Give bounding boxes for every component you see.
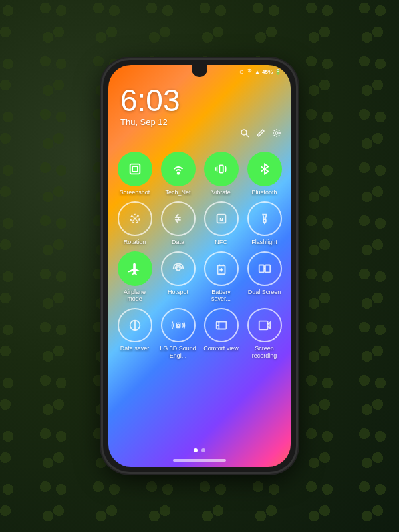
bluetooth-label: Bluetooth [251,189,277,196]
nfc-button[interactable]: N [204,201,239,236]
page-dot-1 [194,448,198,452]
technet-label: Tech_Net [165,189,190,196]
clock-time: 6:03 [120,85,180,116]
quick-item-lg3d[interactable]: LG 3D Sound Engi... [158,308,198,360]
quick-item-flashlight[interactable]: Flashlight [245,201,284,246]
bluetooth-button[interactable] [247,152,282,186]
svg-point-32 [177,324,180,327]
lg3d-button[interactable] [161,308,196,342]
screenshot-button[interactable] [118,152,152,186]
edit-icon[interactable] [256,128,265,140]
data-button[interactable] [161,201,196,236]
quick-item-data[interactable]: Data [158,201,198,246]
svg-rect-36 [259,321,267,330]
search-icon[interactable] [240,128,249,140]
rotation-label: Rotation [124,239,146,246]
quick-item-airplane[interactable]: Airplane mode [115,251,154,303]
data-label: Data [172,239,184,246]
comfort-label: Comfort view [203,345,239,352]
data-saver-button[interactable] [118,308,152,342]
quick-item-screenshot[interactable]: Screenshot [115,152,154,196]
quick-settings-grid: Screenshot Tech_Net [115,152,284,360]
hotspot-button[interactable] [161,251,196,286]
quick-item-dual-screen[interactable]: Dual Screen [245,251,284,303]
svg-point-3 [275,132,278,134]
battery-icon: 🔋 [275,69,281,75]
status-bar: ⊙ ▲ 45% 🔋 [239,68,281,76]
battery-percentage: 45% [262,69,273,75]
airplane-button[interactable] [118,251,152,286]
vibrate-label: Vibrate [211,189,230,196]
screenshot-label: Screenshot [120,189,150,196]
dual-screen-button[interactable] [247,251,282,286]
home-indicator[interactable] [173,459,226,462]
quick-item-vibrate[interactable]: Vibrate [201,152,241,196]
svg-point-0 [241,130,247,135]
settings-icon[interactable] [272,128,281,140]
quick-item-bluetooth[interactable]: Bluetooth [245,152,284,196]
quick-item-hotspot[interactable]: Hotspot [158,251,198,303]
svg-rect-4 [130,164,140,174]
wifi-icon [246,68,253,76]
svg-line-1 [246,134,249,137]
svg-point-6 [177,172,179,174]
hotspot-label: Hotspot [168,289,188,296]
battery-saver-label: Battery saver... [202,289,241,303]
svg-rect-5 [132,166,137,171]
dual-screen-label: Dual Screen [248,289,281,296]
quick-item-nfc[interactable]: N NFC [201,201,241,246]
quick-item-screen-recording[interactable]: Screen recording [245,308,284,360]
clock-area: 6:03 Thu, Sep 12 [120,85,180,127]
svg-text:N: N [219,216,223,222]
phone-screen: ⊙ ▲ 45% 🔋 6:03 Thu, Sep 12 [108,65,291,467]
page-indicators [194,448,205,452]
svg-rect-18 [263,219,266,223]
notch [192,65,207,77]
lg3d-label: LG 3D Sound Engi... [159,345,198,360]
svg-rect-26 [259,265,263,272]
comfort-button[interactable] [204,308,239,342]
quick-item-technet[interactable]: Tech_Net [158,152,198,196]
quick-item-rotation[interactable]: Rotation [115,201,154,246]
flashlight-label: Flashlight [251,239,277,246]
page-dot-2 [201,448,205,452]
clock-date: Thu, Sep 12 [120,117,180,127]
signal-icon: ▲ [255,69,260,75]
phone-device: ⊙ ▲ 45% 🔋 6:03 Thu, Sep 12 [103,60,296,472]
quick-item-battery-saver[interactable]: Battery saver... [201,251,241,303]
screen-recording-label: Screen recording [245,345,284,360]
svg-rect-27 [265,265,269,272]
quick-item-data-saver[interactable]: Data saver [115,308,154,360]
flashlight-button[interactable] [247,201,282,236]
technet-button[interactable] [161,152,196,186]
location-icon: ⊙ [239,69,244,75]
screen-recording-button[interactable] [247,308,282,342]
airplane-label: Airplane mode [116,289,154,303]
svg-point-20 [176,267,180,271]
battery-saver-button[interactable] [204,251,239,286]
data-saver-label: Data saver [120,345,150,352]
quick-item-comfort[interactable]: Comfort view [201,308,241,360]
svg-rect-7 [219,166,223,173]
vibrate-button[interactable] [204,152,239,186]
top-icons [240,128,281,140]
rotation-button[interactable] [118,201,152,236]
nfc-label: NFC [215,239,227,246]
